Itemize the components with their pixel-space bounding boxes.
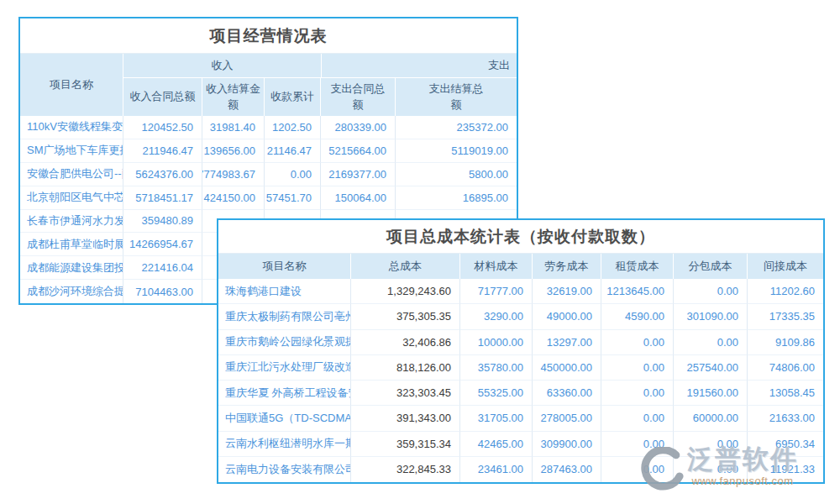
value-cell: 424150.00 (202, 186, 265, 210)
value-cell: 6950.34 (748, 432, 823, 457)
operations-table-header: 项目名称 收入 支出 收入合同总额 收入结算金额 收款累计 支出合同总额 支出结… (20, 54, 517, 116)
value-cell: 7774983.67 (202, 163, 265, 186)
header-total-cost: 总成本 (351, 254, 460, 279)
table-row[interactable]: 重庆江北污水处理厂级改造 818,126.00 35780.00 450000.… (218, 355, 823, 381)
value-cell: 0.00 (674, 457, 748, 482)
total-cost-cell: 359,315.34 (351, 432, 460, 457)
value-cell: 31705.00 (460, 406, 533, 431)
cost-statistics-table-title: 项目总成本统计表（按收付款取数） (218, 220, 823, 254)
value-cell: 17335.35 (748, 304, 823, 329)
value-cell: 49000.00 (533, 304, 601, 329)
table-row[interactable]: 北京朝阳区电气中芯特种设备 5718451.17 424150.00 57451… (20, 186, 517, 210)
value-cell: 0.00 (601, 381, 674, 406)
project-name-cell: 成都杜甫草堂临时展厅 (20, 233, 123, 256)
value-cell: 57451.70 (265, 186, 321, 210)
value-cell: 3290.00 (460, 304, 533, 329)
project-name-cell: 重庆华夏 外高桥工程设备安装 (218, 381, 351, 406)
header-material-cost: 材料成本 (460, 254, 533, 279)
value-cell: 191560.00 (674, 381, 748, 406)
value-cell: 120452.50 (123, 116, 202, 139)
project-name-cell: 重庆江北污水处理厂级改造 (218, 355, 351, 381)
value-cell: 450000.00 (533, 355, 601, 381)
value-cell: 0.00 (601, 330, 674, 355)
value-cell: 4590.00 (601, 304, 674, 329)
value-cell: 35780.00 (460, 355, 533, 381)
project-name-cell: 重庆太极制药有限公司亳州分厂 (218, 304, 351, 329)
value-cell: 0.00 (674, 279, 748, 304)
project-name-cell: 珠海鹤港口建设 (218, 279, 351, 304)
value-cell: 55325.00 (460, 381, 533, 406)
cost-statistics-table-body: 珠海鹤港口建设 1,329,243.60 71777.00 32619.00 1… (218, 279, 823, 482)
table-row[interactable]: 重庆华夏 外高桥工程设备安装 323,303.45 55325.00 63360… (218, 381, 823, 406)
operations-table-title: 项目经营情况表 (20, 18, 517, 54)
total-cost-cell: 1,329,243.60 (351, 279, 460, 304)
value-cell: 63360.00 (533, 381, 601, 406)
value-cell: 257540.00 (674, 355, 748, 381)
table-row[interactable]: 珠海鹤港口建设 1,329,243.60 71777.00 32619.00 1… (218, 279, 823, 304)
value-cell: 5215664.00 (321, 139, 396, 163)
value-cell: 280339.00 (321, 116, 396, 139)
table-row[interactable]: 110kV安徽线程集变开闭所 120452.50 31981.40 1202.5… (20, 116, 517, 139)
cost-statistics-table-header: 项目名称 总成本 材料成本 劳务成本 租赁成本 分包成本 间接成本 (218, 254, 823, 279)
header-expense-contract-total: 支出合同总额 (321, 78, 396, 116)
header-expense-settlement-total: 支出结算总额 (396, 78, 517, 116)
table-row[interactable]: 中国联通5G（TD-SCDMA） 391,343.00 31705.00 278… (218, 406, 823, 431)
value-cell: 10000.00 (460, 330, 533, 355)
value-cell: 0.00 (601, 457, 674, 482)
value-cell: 211946.47 (123, 139, 202, 163)
total-cost-cell: 32,406.86 (351, 330, 460, 355)
total-cost-cell: 818,126.00 (351, 355, 460, 381)
header-subcontract-cost: 分包成本 (674, 254, 748, 279)
project-name-cell: SM广场地下车库更换提升工程 (20, 139, 123, 163)
value-cell: 9109.86 (748, 330, 823, 355)
value-cell: 21633.00 (748, 406, 823, 431)
value-cell: 301090.00 (674, 304, 748, 329)
project-name-cell: 安徽合肥供电公司--配电工程 (20, 163, 123, 186)
value-cell: 13297.00 (533, 330, 601, 355)
value-cell: 13058.45 (748, 381, 823, 406)
value-cell: 139656.00 (202, 139, 265, 163)
project-name-cell: 成都沙河环境综合提升工程 (20, 280, 123, 303)
header-income-contract-total: 收入合同总额 (123, 78, 202, 116)
table-row[interactable]: SM广场地下车库更换提升工程 211946.47 139656.00 21146… (20, 139, 517, 163)
value-cell: 2169377.00 (321, 163, 396, 186)
header-group-expense: 支出 (322, 54, 517, 77)
value-cell: 0.00 (265, 163, 321, 186)
header-labor-cost: 劳务成本 (533, 254, 601, 279)
header-receipts-accumulated: 收款累计 (265, 78, 321, 116)
value-cell: 1213645.00 (601, 279, 674, 304)
table-row[interactable]: 云南水利枢纽潜明水库一期 359,315.34 42465.00 309900.… (218, 432, 823, 457)
project-name-cell: 中国联通5G（TD-SCDMA） (218, 406, 351, 431)
value-cell: 0.00 (601, 406, 674, 431)
table-row[interactable]: 重庆市鹅岭公园绿化景观提升 32,406.86 10000.00 13297.0… (218, 330, 823, 355)
value-cell: 32619.00 (533, 279, 601, 304)
value-cell: 5718451.17 (123, 186, 202, 210)
value-cell: 0.00 (674, 330, 748, 355)
project-name-cell: 重庆市鹅岭公园绿化景观提升 (218, 330, 351, 355)
total-cost-cell: 322,845.33 (351, 457, 460, 482)
value-cell: 14266954.67 (123, 233, 202, 256)
value-cell: 7104463.00 (123, 280, 202, 303)
header-income-settlement: 收入结算金额 (202, 78, 265, 116)
value-cell: 31981.40 (202, 116, 265, 139)
value-cell: 150064.00 (321, 186, 396, 210)
value-cell: 5624376.00 (123, 163, 202, 186)
value-cell: 287463.00 (533, 457, 601, 482)
table-row[interactable]: 安徽合肥供电公司--配电工程 5624376.00 7774983.67 0.0… (20, 163, 517, 186)
value-cell: 309900.00 (533, 432, 601, 457)
table-row[interactable]: 云南电力设备安装有限公司 322,845.33 23461.00 287463.… (218, 457, 823, 482)
value-cell: 278005.00 (533, 406, 601, 431)
value-cell: 23461.00 (460, 457, 533, 482)
header-project-name: 项目名称 (20, 54, 123, 116)
project-name-cell: 云南电力设备安装有限公司 (218, 457, 351, 482)
project-name-cell: 成都能源建设集团投资项目 (20, 256, 123, 280)
value-cell: 221416.04 (123, 256, 202, 280)
header-group-income: 收入 (123, 54, 322, 77)
header-indirect-cost: 间接成本 (748, 254, 823, 279)
table-row[interactable]: 重庆太极制药有限公司亳州分厂 375,305.35 3290.00 49000.… (218, 304, 823, 329)
cost-statistics-table: 项目总成本统计表（按收付款取数） 项目名称 总成本 材料成本 劳务成本 租赁成本… (217, 218, 825, 484)
value-cell: 5119019.00 (396, 139, 517, 163)
total-cost-cell: 391,343.00 (351, 406, 460, 431)
value-cell: 235372.00 (396, 116, 517, 139)
total-cost-cell: 375,305.35 (351, 304, 460, 329)
